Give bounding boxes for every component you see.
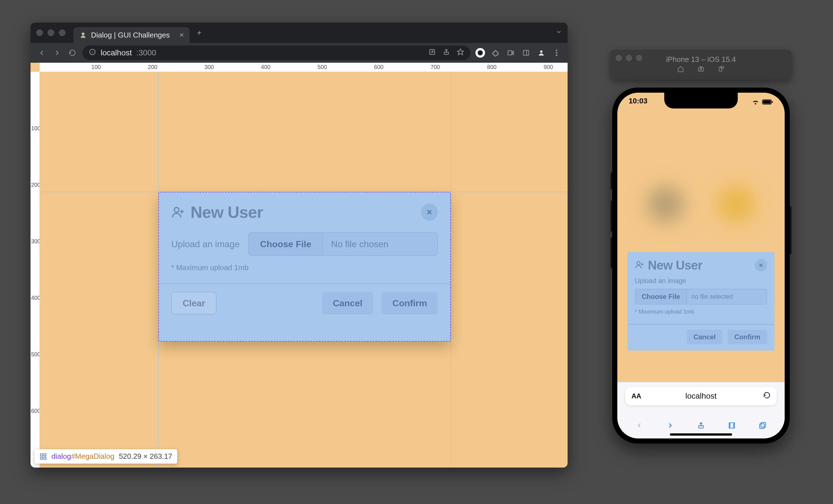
phone-power-button [790, 206, 791, 254]
simulator-titlebar: iPhone 13 – iOS 15.4 [611, 50, 791, 80]
confirm-button[interactable]: Confirm [382, 292, 438, 314]
safari-address-bar[interactable]: AA localhost [625, 387, 777, 405]
file-input[interactable]: Choose File no file selected [635, 289, 767, 305]
upload-label: Upload an image [171, 239, 240, 249]
phone-notch [664, 93, 738, 108]
open-external-icon[interactable] [429, 48, 436, 58]
tab-overflow-button[interactable] [556, 29, 562, 37]
upload-hint: * Maximum upload 1mb [635, 308, 767, 315]
close-tab-button[interactable]: × [179, 30, 184, 40]
screenshot-icon[interactable] [698, 66, 705, 74]
cancel-button[interactable]: Cancel [687, 330, 722, 344]
safari-url: localhost [686, 392, 717, 401]
svg-point-14 [540, 50, 543, 53]
kebab-menu-icon[interactable] [552, 48, 562, 58]
minimize-window-button[interactable] [626, 55, 632, 61]
ruler-tick: 600 [31, 408, 41, 414]
page-canvas: New User Upload an image Choose File No … [40, 72, 568, 468]
share-icon[interactable] [695, 420, 707, 431]
page-viewport: 100 200 300 400 500 600 700 800 900 100 … [30, 63, 568, 468]
tab-strip: Dialog | GUI Challenges × + [30, 23, 568, 43]
svg-rect-26 [44, 457, 46, 459]
svg-point-17 [556, 54, 557, 56]
phone-screen: 10:03 New User Upload an image [617, 93, 785, 438]
mobile-dialog: New User Upload an image Choose File no … [627, 252, 775, 351]
svg-rect-41 [760, 424, 764, 428]
svg-point-34 [637, 261, 640, 265]
svg-point-28 [700, 68, 702, 70]
close-window-button[interactable] [36, 29, 43, 36]
compass-extension-icon[interactable] [475, 48, 485, 58]
ruler-tick: 100 [91, 64, 101, 70]
text-size-icon[interactable]: AA [632, 392, 641, 400]
ruler-tick: 900 [544, 64, 553, 70]
tab-title: Dialog | GUI Challenges [91, 31, 170, 40]
cancel-button[interactable]: Cancel [322, 292, 373, 314]
minimize-window-button[interactable] [47, 29, 54, 36]
selector-tag: dialog [51, 452, 71, 460]
rotate-icon[interactable] [718, 66, 725, 74]
clear-button[interactable]: Clear [171, 292, 216, 314]
back-button[interactable] [634, 420, 645, 431]
ruler-tick: 700 [430, 64, 440, 70]
background-blur [617, 186, 785, 223]
choose-file-button[interactable]: Choose File [248, 232, 323, 256]
svg-rect-12 [523, 50, 529, 55]
browser-window: Dialog | GUI Challenges × + localhost:30… [30, 23, 568, 468]
tabs-icon[interactable] [757, 420, 768, 431]
site-info-icon[interactable] [89, 48, 96, 58]
back-button[interactable] [37, 48, 47, 58]
close-window-button[interactable] [616, 55, 622, 61]
bookmarks-icon[interactable] [726, 420, 737, 431]
dialog-body: Upload an image Choose File no file sele… [627, 274, 775, 318]
maximize-window-button[interactable] [59, 29, 66, 36]
forward-button[interactable] [52, 48, 62, 58]
reload-icon[interactable] [763, 392, 770, 401]
blur-circle [718, 186, 755, 223]
svg-rect-40 [761, 423, 765, 427]
reload-button[interactable] [67, 48, 77, 58]
battery-icon [762, 98, 774, 107]
dialog-header: New User [159, 193, 450, 227]
home-icon[interactable] [677, 66, 684, 74]
svg-rect-33 [772, 101, 773, 103]
home-indicator[interactable] [670, 433, 732, 436]
dialog-close-button[interactable] [421, 204, 438, 221]
extensions-icon[interactable] [491, 48, 500, 58]
ruler-tick: 800 [487, 64, 496, 70]
media-icon[interactable] [506, 48, 516, 58]
sidepanel-icon[interactable] [521, 48, 531, 58]
share-icon[interactable] [443, 48, 450, 58]
dialog-title: New User [191, 203, 263, 222]
svg-rect-25 [41, 457, 43, 459]
iphone-frame: 10:03 New User Upload an image [612, 87, 790, 444]
grid-icon [40, 453, 47, 460]
dialog-body: Upload an image Choose File No file chos… [159, 227, 450, 274]
address-bar[interactable]: localhost:3000 [82, 46, 470, 60]
user-plus-icon [171, 205, 185, 219]
ruler-horizontal: 100 200 300 400 500 600 700 800 900 [40, 63, 568, 72]
svg-point-0 [82, 32, 85, 35]
file-input[interactable]: Choose File No file chosen [248, 232, 438, 256]
safari-toolbar [617, 420, 785, 431]
dialog-footer: Clear Cancel Confirm [159, 283, 450, 322]
ruler-tick: 300 [205, 64, 214, 70]
favicon-icon [79, 31, 87, 39]
svg-point-18 [174, 207, 179, 212]
forward-button[interactable] [665, 420, 676, 431]
maximize-window-button[interactable] [636, 55, 642, 61]
ruler-tick: 400 [261, 64, 270, 70]
profile-avatar-icon[interactable] [537, 48, 546, 58]
dialog-close-button[interactable] [755, 259, 767, 272]
new-tab-button[interactable]: + [193, 26, 206, 40]
ruler-vertical: 100 200 300 400 500 600 [30, 72, 40, 468]
file-name-label: no file selected [687, 289, 767, 305]
svg-point-15 [556, 50, 557, 51]
browser-tab[interactable]: Dialog | GUI Challenges × [73, 27, 190, 43]
dialog-footer: Cancel Confirm [627, 324, 775, 344]
confirm-button[interactable]: Confirm [728, 330, 767, 344]
choose-file-button[interactable]: Choose File [635, 289, 687, 305]
ruler-tick: 400 [31, 295, 41, 301]
bookmark-star-icon[interactable] [457, 48, 464, 58]
svg-marker-6 [457, 49, 463, 55]
